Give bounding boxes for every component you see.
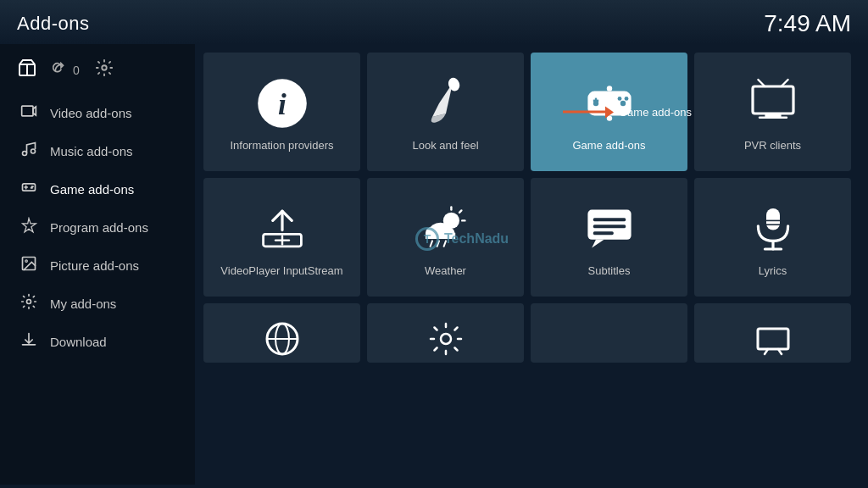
grid-item-label: Subtitles bbox=[588, 264, 631, 279]
svg-rect-44 bbox=[593, 225, 625, 228]
download-icon bbox=[19, 331, 38, 352]
picture-icon bbox=[19, 255, 38, 276]
svg-rect-4 bbox=[22, 106, 33, 116]
svg-point-17 bbox=[624, 97, 628, 101]
grid-item-look-and-feel[interactable]: Look and feel bbox=[367, 53, 524, 171]
svg-point-8 bbox=[25, 260, 27, 263]
sidebar-item-label: Music add-ons bbox=[50, 144, 133, 158]
grid-item-partial-4[interactable] bbox=[694, 303, 851, 363]
sidebar-item-label: Download bbox=[50, 335, 107, 349]
content-area: i Information providers Look and feel bbox=[195, 44, 868, 485]
page-title: Add-ons bbox=[17, 13, 89, 35]
sidebar-item-game-addons[interactable]: Game add-ons bbox=[0, 170, 195, 208]
addon-box-icon[interactable] bbox=[17, 58, 37, 82]
grid-item-label: PVR clients bbox=[744, 139, 801, 153]
svg-rect-43 bbox=[593, 218, 625, 221]
sidebar-item-label: Picture add-ons bbox=[50, 258, 139, 273]
grid-item-subtitles[interactable]: Subtitles bbox=[531, 178, 687, 297]
program-icon bbox=[19, 217, 38, 238]
svg-line-33 bbox=[459, 210, 461, 212]
myaddon-icon bbox=[19, 293, 38, 314]
sidebar: 0 Video add-ons bbox=[0, 44, 195, 485]
refresh-count: 0 bbox=[73, 64, 80, 77]
header: Add-ons 7:49 AM bbox=[0, 0, 868, 44]
grid-item-label: Information providers bbox=[230, 139, 333, 153]
sidebar-toolbar: 0 bbox=[0, 53, 195, 94]
grid-item-partial-2[interactable] bbox=[367, 303, 524, 363]
svg-point-15 bbox=[620, 100, 625, 105]
svg-point-20 bbox=[606, 86, 611, 91]
svg-rect-55 bbox=[758, 329, 788, 349]
svg-point-9 bbox=[27, 300, 31, 304]
bottom-partial-row bbox=[203, 303, 851, 363]
addon-grid: i Information providers Look and feel bbox=[203, 53, 851, 297]
grid-item-label: Look and feel bbox=[412, 139, 478, 153]
settings-icon[interactable] bbox=[95, 58, 114, 81]
sidebar-item-music-addons[interactable]: Music add-ons bbox=[0, 132, 195, 170]
sidebar-item-label: Game add-ons bbox=[50, 182, 134, 197]
music-icon bbox=[19, 141, 38, 162]
svg-line-39 bbox=[430, 241, 431, 246]
grid-item-lyrics[interactable]: Lyrics bbox=[694, 178, 851, 297]
refresh-badge[interactable]: 0 bbox=[53, 62, 80, 79]
grid-item-weather[interactable]: Weather bbox=[367, 178, 524, 297]
video-icon bbox=[19, 103, 38, 124]
grid-item-label: VideoPlayer InputStream bbox=[220, 264, 342, 279]
sidebar-item-label: Video add-ons bbox=[50, 106, 131, 120]
sidebar-item-label: My add-ons bbox=[50, 297, 116, 311]
grid-item-label: Lyrics bbox=[759, 264, 787, 279]
svg-point-16 bbox=[617, 97, 621, 101]
grid-item-label: Weather bbox=[425, 264, 466, 279]
grid-item-partial-1[interactable] bbox=[203, 303, 360, 363]
sidebar-item-video-addons[interactable]: Video add-ons bbox=[0, 94, 195, 132]
svg-rect-45 bbox=[593, 231, 613, 235]
svg-point-6 bbox=[31, 149, 36, 153]
sidebar-item-picture-addons[interactable]: Picture add-ons bbox=[0, 247, 195, 285]
grid-item-pvr-clients[interactable]: PVR clients bbox=[694, 53, 851, 171]
svg-rect-22 bbox=[753, 86, 793, 114]
svg-rect-38 bbox=[426, 232, 455, 238]
sidebar-item-label: Program add-ons bbox=[50, 220, 148, 235]
svg-rect-46 bbox=[766, 208, 780, 230]
svg-point-21 bbox=[606, 115, 611, 120]
svg-point-54 bbox=[441, 334, 451, 344]
grid-item-partial-3[interactable] bbox=[531, 303, 687, 363]
grid-item-videoplayer-inputstream[interactable]: VideoPlayer InputStream bbox=[203, 178, 360, 297]
grid-item-game-addons[interactable]: Game add-ons Game add-ons bbox=[531, 53, 687, 171]
main-layout: 0 Video add-ons bbox=[0, 44, 868, 485]
gamepad-icon bbox=[19, 179, 38, 200]
svg-line-41 bbox=[443, 241, 445, 246]
sidebar-item-my-addons[interactable]: My add-ons bbox=[0, 285, 195, 323]
grid-item-label: Game add-ons bbox=[573, 139, 646, 153]
svg-line-40 bbox=[437, 241, 438, 246]
svg-point-3 bbox=[102, 65, 107, 70]
grid-item-information-providers[interactable]: i Information providers bbox=[203, 53, 360, 171]
sidebar-item-download[interactable]: Download bbox=[0, 323, 195, 361]
clock: 7:49 AM bbox=[764, 10, 851, 37]
svg-text:i: i bbox=[278, 87, 287, 120]
sidebar-item-program-addons[interactable]: Program add-ons bbox=[0, 208, 195, 247]
